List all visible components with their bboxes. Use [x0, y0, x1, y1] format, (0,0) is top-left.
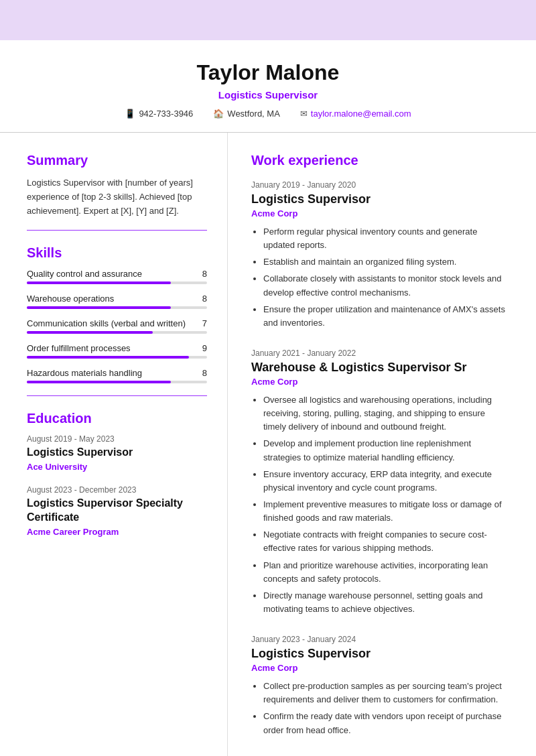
work-company: Acme Corp [251, 377, 509, 387]
main-content: Summary Logistics Supervisor with [numbe… [0, 133, 536, 756]
education-item: August 2023 - December 2023 Logistics Su… [27, 485, 207, 537]
skill-bar-bg [27, 306, 207, 309]
skill-bar-bg [27, 356, 207, 359]
work-bullets-list: Perform regular physical inventory count… [251, 225, 509, 330]
edu-dates: August 2023 - December 2023 [27, 485, 207, 495]
edu-degree: Logistics Supervisor [27, 446, 207, 460]
skill-bar-fill [27, 331, 153, 334]
skill-score: 8 [202, 294, 207, 304]
resume-container: Taylor Malone Logistics Supervisor 📱 942… [0, 40, 536, 756]
summary-title: Summary [27, 153, 207, 168]
skill-item: Hazardous materials handling 8 [27, 368, 207, 383]
edu-school: Ace University [27, 462, 207, 472]
work-bullet: Implement preventive measures to mitigat… [263, 498, 509, 525]
skill-item: Order fulfillment processes 9 [27, 343, 207, 359]
work-bullet: Ensure the proper utilization and mainte… [263, 303, 509, 330]
work-bullet: Confirm the ready date with vendors upon… [263, 710, 509, 737]
skill-score: 8 [202, 368, 207, 378]
skill-bar-bg [27, 281, 207, 284]
work-item: January 2023 - January 2024 Logistics Su… [251, 635, 509, 737]
work-company: Acme Corp [251, 663, 509, 673]
skill-bar-fill [27, 306, 171, 309]
phone-icon: 📱 [125, 109, 135, 119]
work-job-title: Logistics Supervisor [251, 647, 509, 661]
work-dates: January 2019 - January 2020 [251, 180, 509, 190]
work-bullet: Oversee all logistics and warehousing op… [263, 393, 509, 434]
work-list: January 2019 - January 2020 Logistics Su… [251, 180, 509, 737]
work-bullets-list: Collect pre-production samples as per so… [251, 680, 509, 737]
work-bullet: Ensure inventory accuracy, ERP data inte… [263, 468, 509, 495]
work-bullet: Establish and maintain an organized fili… [263, 255, 509, 269]
skill-name: Hazardous materials handling [27, 368, 142, 378]
right-column: Work experience January 2019 - January 2… [228, 133, 536, 756]
skill-bar-fill [27, 281, 171, 284]
work-bullet: Directly manage warehouse personnel, set… [263, 589, 509, 616]
skills-title: Skills [27, 245, 207, 261]
skill-item: Communication skills (verbal and written… [27, 318, 207, 334]
edu-school: Acme Career Program [27, 527, 207, 537]
work-bullet: Develop and implement production line re… [263, 437, 509, 464]
phone-contact: 📱 942-733-3946 [125, 109, 193, 119]
work-dates: January 2023 - January 2024 [251, 635, 509, 644]
skills-list: Quality control and assurance 8 Warehous… [27, 269, 207, 383]
work-job-title: Warehouse & Logistics Supervisor Sr [251, 361, 509, 375]
location-contact: 🏠 Westford, MA [213, 109, 280, 119]
work-experience-title: Work experience [251, 153, 509, 168]
candidate-title: Logistics Supervisor [40, 89, 496, 101]
work-dates: January 2021 - January 2022 [251, 349, 509, 358]
work-bullet: Plan and prioritize warehouse activities… [263, 559, 509, 586]
skill-bar-fill [27, 356, 189, 359]
skill-bar-fill [27, 381, 171, 383]
education-list: August 2019 - May 2023 Logistics Supervi… [27, 434, 207, 536]
edu-dates: August 2019 - May 2023 [27, 434, 207, 444]
skill-score: 7 [202, 318, 207, 328]
work-bullets-list: Oversee all logistics and warehousing op… [251, 393, 509, 616]
skills-divider [27, 395, 207, 396]
education-item: August 2019 - May 2023 Logistics Supervi… [27, 434, 207, 472]
summary-divider [27, 230, 207, 231]
education-title: Education [27, 411, 207, 426]
skill-name: Communication skills (verbal and written… [27, 318, 186, 328]
work-company: Acme Corp [251, 208, 509, 218]
work-bullet: Collect pre-production samples as per so… [263, 680, 509, 706]
skill-score: 9 [202, 343, 207, 353]
skill-score: 8 [202, 269, 207, 279]
work-item: January 2021 - January 2022 Warehouse & … [251, 349, 509, 616]
skill-bar-bg [27, 381, 207, 383]
work-bullet: Collaborate closely with assistants to m… [263, 272, 509, 299]
skill-name: Quality control and assurance [27, 269, 142, 279]
location-text: Westford, MA [227, 109, 280, 119]
skill-bar-bg [27, 331, 207, 334]
skill-item: Warehouse operations 8 [27, 294, 207, 309]
resume-header: Taylor Malone Logistics Supervisor 📱 942… [0, 40, 536, 133]
email-contact: ✉ taylor.malone@email.com [300, 109, 411, 119]
skill-name: Warehouse operations [27, 294, 114, 304]
work-bullet: Perform regular physical inventory count… [263, 225, 509, 252]
email-icon: ✉ [300, 109, 308, 119]
work-job-title: Logistics Supervisor [251, 192, 509, 206]
top-bar [0, 0, 536, 40]
work-bullet: Negotiate contracts with freight compani… [263, 528, 509, 555]
location-icon: 🏠 [213, 109, 224, 119]
skill-name: Order fulfillment processes [27, 343, 131, 353]
left-column: Summary Logistics Supervisor with [numbe… [0, 133, 228, 756]
phone-number: 942-733-3946 [139, 109, 193, 119]
edu-degree: Logistics Supervisor Specialty Certifica… [27, 497, 207, 525]
skill-item: Quality control and assurance 8 [27, 269, 207, 284]
contact-info: 📱 942-733-3946 🏠 Westford, MA ✉ taylor.m… [40, 109, 496, 119]
email-text: taylor.malone@email.com [311, 109, 411, 119]
candidate-name: Taylor Malone [40, 60, 496, 85]
summary-text: Logistics Supervisor with [number of yea… [27, 176, 207, 218]
work-item: January 2019 - January 2020 Logistics Su… [251, 180, 509, 330]
